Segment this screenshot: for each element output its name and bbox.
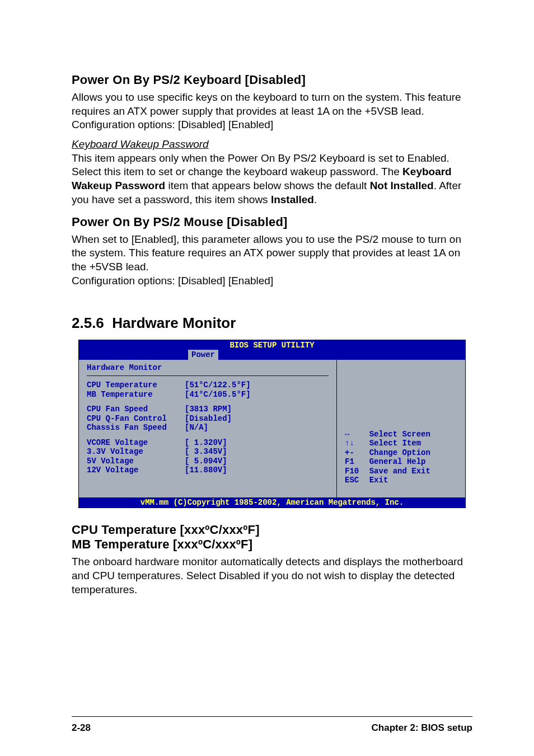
bios-value: [ 1.320V] — [185, 438, 227, 448]
bios-label: Chassis Fan Speed — [87, 423, 185, 433]
heading-ps2-mouse: Power On By PS/2 Mouse [Disabled] — [72, 215, 472, 229]
bios-help-table: ↔Select Screen ↑↓Select Item +-Change Op… — [345, 430, 460, 485]
bios-value: [Disabled] — [185, 414, 232, 424]
bios-screenshot: BIOS SETUP UTILITY Power Hardware Monito… — [78, 340, 466, 508]
major-num: 2.5.6 — [72, 314, 104, 331]
bios-label: MB Temperature — [87, 390, 185, 400]
heading-cpu-temp: CPU Temperature [xxxºC/xxxºF] — [72, 523, 472, 537]
bios-label: CPU Fan Speed — [87, 405, 185, 414]
kwp-text-1: This item appears only when the Power On… — [72, 152, 449, 178]
bios-value: [N/A] — [185, 423, 208, 433]
bios-help-key: +- — [345, 448, 369, 458]
kwp-bold-3: Installed — [271, 194, 314, 205]
kwp-text-2: item that appears below shows the defaul… — [165, 180, 369, 191]
bios-help-key: ↑↓ — [345, 439, 369, 448]
bios-help-row: ↔Select Screen — [345, 430, 460, 439]
page-footer: 2-28 Chapter 2: BIOS setup — [72, 722, 472, 734]
bios-help-row: F10Save and Exit — [345, 467, 460, 476]
bios-left-inner: CPU Temperature[51°C/122.5°F] MB Tempera… — [87, 375, 329, 475]
bios-help-action: Select Screen — [369, 430, 460, 439]
bios-help-row: +-Change Option — [345, 448, 460, 458]
heading-mb-temp: MB Temperature [xxxºC/xxxºF] — [72, 537, 472, 552]
heading-hardware-monitor: 2.5.6 Hardware Monitor — [72, 314, 472, 332]
body-ps2-mouse-2: Configuration options: [Disabled] [Enabl… — [72, 274, 472, 288]
bios-help-action: Change Option — [369, 448, 460, 458]
body-ps2-mouse-1: When set to [Enabled], this parameter al… — [72, 233, 472, 274]
body-ps2-keyboard: Allows you to use specific keys on the k… — [72, 91, 472, 132]
bios-label: 5V Voltage — [87, 457, 185, 466]
bios-row: 3.3V Voltage[ 3.345V] — [87, 447, 329, 457]
bios-help-action: Select Item — [369, 439, 460, 448]
bios-row: 5V Voltage[ 5.094V] — [87, 457, 329, 466]
footer-rule — [72, 716, 472, 717]
bios-help-key: F10 — [345, 467, 369, 476]
bios-help-row: F1General Help — [345, 457, 460, 467]
bios-label: VCORE Voltage — [87, 438, 185, 448]
bios-help-action: General Help — [369, 457, 460, 467]
bios-row: CPU Fan Speed[3813 RPM] — [87, 405, 329, 414]
bios-row: CPU Q-Fan Control[Disabled] — [87, 414, 329, 424]
bios-help-action: Exit — [369, 476, 460, 485]
bios-left-pane: Hardware Monitor CPU Temperature[51°C/12… — [79, 360, 337, 497]
bios-value: [ 5.094V] — [185, 457, 227, 466]
bios-help-key: ESC — [345, 476, 369, 485]
kwp-bold-2: Not Installed — [370, 180, 434, 191]
bios-help-key: F1 — [345, 457, 369, 467]
bios-body: Hardware Monitor CPU Temperature[51°C/12… — [79, 360, 465, 497]
body-temp: The onboard hardware monitor automatical… — [72, 555, 472, 597]
bios-row: CPU Temperature[51°C/122.5°F] — [87, 381, 329, 390]
bios-value: [41°C/105.5°F] — [185, 390, 251, 400]
bios-help-key: ↔ — [345, 430, 369, 439]
bios-value: [ 3.345V] — [185, 447, 227, 457]
bios-label: CPU Temperature — [87, 381, 185, 390]
footer-page-num: 2-28 — [72, 722, 91, 734]
bios-value: [51°C/122.5°F] — [185, 381, 251, 390]
bios-panel-title: Hardware Monitor — [87, 363, 329, 373]
bios-row: VCORE Voltage[ 1.320V] — [87, 438, 329, 448]
bios-footer: vMM.mm (C)Copyright 1985-2002, American … — [79, 497, 465, 508]
page: Power On By PS/2 Keyboard [Disabled] All… — [0, 0, 534, 756]
major-title: Hardware Monitor — [112, 314, 236, 331]
bios-help-row: ↑↓Select Item — [345, 439, 460, 448]
bios-label: 3.3V Voltage — [87, 447, 185, 457]
bios-row: 12V Voltage[11.880V] — [87, 466, 329, 475]
bios-row: MB Temperature[41°C/105.5°F] — [87, 390, 329, 400]
sub-block-keyboard-wakeup: Keyboard Wakeup Password This item appea… — [72, 138, 472, 206]
bios-label: 12V Voltage — [87, 466, 185, 475]
bios-help-action: Save and Exit — [369, 467, 460, 476]
kwp-text-4: . — [314, 194, 317, 205]
bios-title: BIOS SETUP UTILITY — [79, 340, 465, 350]
bios-row: Chassis Fan Speed[N/A] — [87, 423, 329, 433]
bios-label: CPU Q-Fan Control — [87, 414, 185, 424]
bios-value: [11.880V] — [185, 466, 227, 475]
bios-right-pane: ↔Select Screen ↑↓Select Item +-Change Op… — [337, 360, 465, 497]
sub-heading-kwp: Keyboard Wakeup Password — [72, 138, 209, 150]
footer-chapter: Chapter 2: BIOS setup — [372, 722, 472, 734]
bios-value: [3813 RPM] — [185, 405, 232, 414]
heading-ps2-keyboard: Power On By PS/2 Keyboard [Disabled] — [72, 73, 472, 87]
bios-tabs: Power — [79, 350, 465, 360]
bios-help-row: ESCExit — [345, 476, 460, 485]
